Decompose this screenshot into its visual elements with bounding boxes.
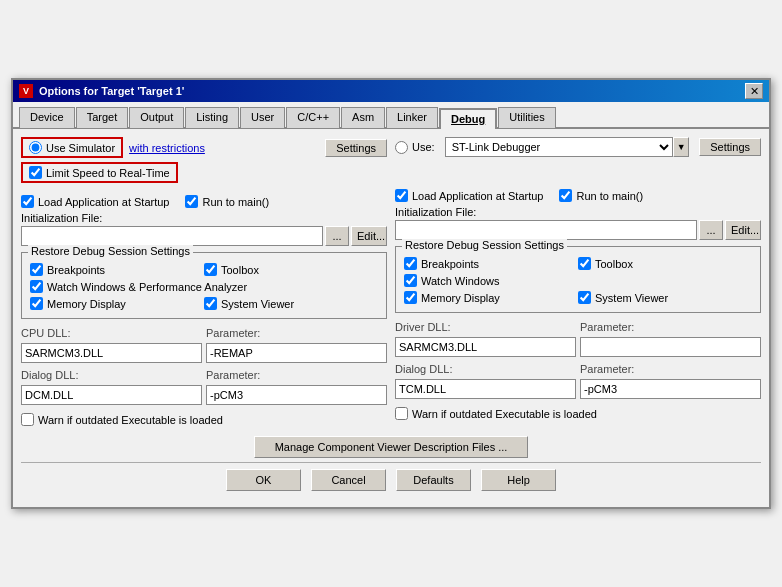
left-watch-windows-checkbox[interactable] xyxy=(30,280,43,293)
right-settings-button[interactable]: Settings xyxy=(699,138,761,156)
left-settings-button[interactable]: Settings xyxy=(325,139,387,157)
right-dialog-dll-label: Dialog DLL: xyxy=(395,363,576,375)
left-memory-display-label: Memory Display xyxy=(47,298,126,310)
tab-output[interactable]: Output xyxy=(129,107,184,128)
right-system-viewer-checkbox[interactable] xyxy=(578,291,591,304)
left-watch-windows-row: Watch Windows & Performance Analyzer xyxy=(30,280,378,293)
left-restore-group-title: Restore Debug Session Settings xyxy=(28,245,193,257)
use-simulator-radio[interactable] xyxy=(29,141,42,154)
left-load-app-label: Load Application at Startup xyxy=(38,196,169,208)
ok-button[interactable]: OK xyxy=(226,469,301,491)
right-restore-group: Restore Debug Session Settings Breakpoin… xyxy=(395,246,761,313)
left-dots-button[interactable]: ... xyxy=(325,226,349,246)
right-load-app-label: Load Application at Startup xyxy=(412,190,543,202)
tab-utilities[interactable]: Utilities xyxy=(498,107,555,128)
right-memory-display-checkbox[interactable] xyxy=(404,291,417,304)
left-dialog-param-input[interactable] xyxy=(206,385,387,405)
tab-target[interactable]: Target xyxy=(76,107,129,128)
right-edit-button[interactable]: Edit... xyxy=(725,220,761,240)
dropdown-arrow-icon[interactable]: ▼ xyxy=(673,137,689,157)
left-warn-label: Warn if outdated Executable is loaded xyxy=(38,414,223,426)
window-title: Options for Target 'Target 1' xyxy=(39,85,184,97)
left-edit-button[interactable]: Edit... xyxy=(351,226,387,246)
left-toolbox-checkbox[interactable] xyxy=(204,263,217,276)
left-dialog-dll-input[interactable] xyxy=(21,385,202,405)
close-button[interactable]: ✕ xyxy=(745,83,763,99)
manage-component-button[interactable]: Manage Component Viewer Description File… xyxy=(254,436,529,458)
right-panel: Use: ST-Link Debugger ▼ Settings xyxy=(395,137,761,430)
left-toolbox-label: Toolbox xyxy=(221,264,259,276)
title-bar: V Options for Target 'Target 1' ✕ xyxy=(13,80,769,102)
right-load-app-checkbox[interactable] xyxy=(395,189,408,202)
with-restrictions-link[interactable]: with restrictions xyxy=(129,142,205,154)
defaults-button[interactable]: Defaults xyxy=(396,469,471,491)
left-cpu-param-input[interactable] xyxy=(206,343,387,363)
tabs-bar: Device Target Output Listing User C/C++ … xyxy=(13,102,769,129)
left-memory-display-checkbox[interactable] xyxy=(30,297,43,310)
right-run-to-main-label: Run to main() xyxy=(576,190,643,202)
left-dialog-param-label: Parameter: xyxy=(206,369,387,381)
right-run-to-main-row: Run to main() xyxy=(559,189,643,202)
left-run-to-main-row: Run to main() xyxy=(185,195,269,208)
right-use-inner: Use: xyxy=(395,141,435,154)
manage-btn-row: Manage Component Viewer Description File… xyxy=(21,436,761,458)
tab-device[interactable]: Device xyxy=(19,107,75,128)
right-driver-param-input[interactable] xyxy=(580,337,761,357)
left-load-app-checkbox[interactable] xyxy=(21,195,34,208)
right-run-to-main-checkbox[interactable] xyxy=(559,189,572,202)
tab-debug[interactable]: Debug xyxy=(439,108,497,129)
right-dialog-dll-input[interactable] xyxy=(395,379,576,399)
left-cpu-dll-input[interactable] xyxy=(21,343,202,363)
right-warn-checkbox[interactable] xyxy=(395,407,408,420)
left-run-to-main-checkbox[interactable] xyxy=(185,195,198,208)
left-init-file-section: Initialization File: ... Edit... xyxy=(21,212,387,246)
left-toolbox-row: Toolbox xyxy=(204,263,378,276)
tab-listing[interactable]: Listing xyxy=(185,107,239,128)
right-driver-dll-label: Driver DLL: xyxy=(395,321,576,333)
left-dialog-dll-labels: Dialog DLL: Parameter: xyxy=(21,369,387,381)
right-breakpoints-label: Breakpoints xyxy=(421,258,479,270)
left-memory-display-row: Memory Display xyxy=(30,297,204,310)
right-driver-dll-input[interactable] xyxy=(395,337,576,357)
left-breakpoints-checkbox[interactable] xyxy=(30,263,43,276)
right-init-file-input[interactable] xyxy=(395,220,697,240)
right-driver-param-label: Parameter: xyxy=(580,321,761,333)
left-breakpoints-row: Breakpoints xyxy=(30,263,204,276)
right-system-viewer-label: System Viewer xyxy=(595,292,668,304)
two-column-layout: Use Simulator with restrictions Settings… xyxy=(21,137,761,430)
left-init-file-input[interactable] xyxy=(21,226,323,246)
right-watch-windows-row: Watch Windows xyxy=(404,274,752,287)
right-dots-button[interactable]: ... xyxy=(699,220,723,240)
left-restore-group: Restore Debug Session Settings Breakpoin… xyxy=(21,252,387,319)
tab-user[interactable]: User xyxy=(240,107,285,128)
left-cpu-dll-inputs xyxy=(21,343,387,363)
left-run-to-main-label: Run to main() xyxy=(202,196,269,208)
right-toolbox-label: Toolbox xyxy=(595,258,633,270)
tab-asm[interactable]: Asm xyxy=(341,107,385,128)
right-dialog-dll-inputs xyxy=(395,379,761,399)
left-panel: Use Simulator with restrictions Settings… xyxy=(21,137,387,430)
right-load-app-row: Load Application at Startup xyxy=(395,189,543,202)
tab-cpp[interactable]: C/C++ xyxy=(286,107,340,128)
left-warn-checkbox[interactable] xyxy=(21,413,34,426)
tab-linker[interactable]: Linker xyxy=(386,107,438,128)
left-system-viewer-checkbox[interactable] xyxy=(204,297,217,310)
right-watch-windows-checkbox[interactable] xyxy=(404,274,417,287)
right-watch-windows-label: Watch Windows xyxy=(421,275,499,287)
right-dialog-dll-labels: Dialog DLL: Parameter: xyxy=(395,363,761,375)
simulator-row: Use Simulator with restrictions Settings xyxy=(21,137,387,158)
right-toolbox-checkbox[interactable] xyxy=(578,257,591,270)
right-use-row: Use: ST-Link Debugger ▼ Settings xyxy=(395,137,761,157)
help-button[interactable]: Help xyxy=(481,469,556,491)
right-use-radio[interactable] xyxy=(395,141,408,154)
left-dialog-dll-label: Dialog DLL: xyxy=(21,369,202,381)
right-dialog-param-input[interactable] xyxy=(580,379,761,399)
title-bar-text: V Options for Target 'Target 1' xyxy=(19,84,184,98)
limit-speed-checkbox[interactable] xyxy=(29,166,42,179)
right-system-viewer-row: System Viewer xyxy=(578,291,752,304)
right-memory-display-label: Memory Display xyxy=(421,292,500,304)
left-system-viewer-label: System Viewer xyxy=(221,298,294,310)
right-debugger-select[interactable]: ST-Link Debugger xyxy=(445,137,674,157)
right-breakpoints-checkbox[interactable] xyxy=(404,257,417,270)
cancel-button[interactable]: Cancel xyxy=(311,469,386,491)
